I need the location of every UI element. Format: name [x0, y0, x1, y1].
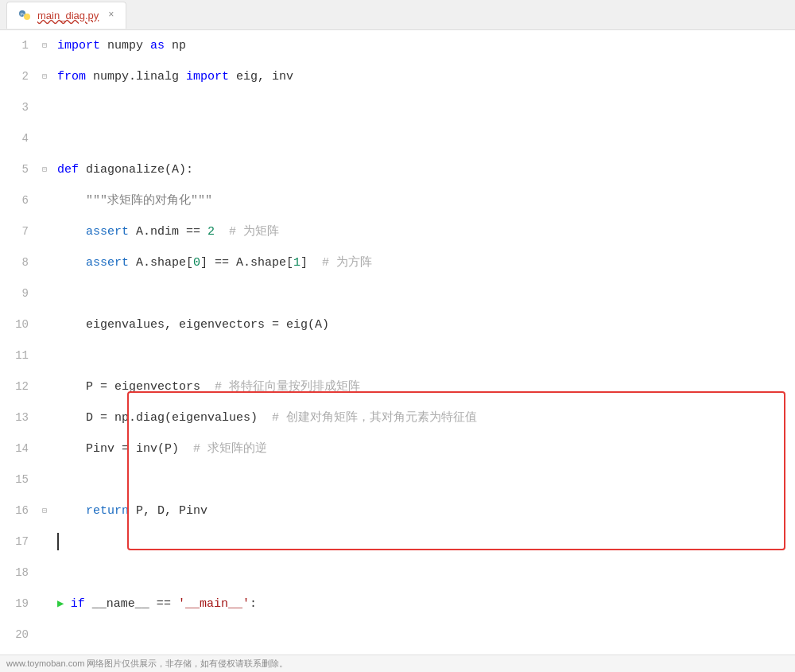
line-number: 7	[0, 216, 38, 247]
line-number: 4	[0, 123, 38, 154]
code-token-comment: # 为方阵	[322, 256, 372, 270]
fold-icon	[38, 433, 51, 464]
line-content: return P, D, Pinv	[51, 495, 795, 526]
fold-icon	[38, 92, 51, 123]
line-content: eigenvalues, eigenvectors = eig(A)	[51, 309, 795, 340]
code-editor: 1⊟import numpy as np2⊟from numpy.linalg …	[0, 30, 795, 655]
line-content: """求矩阵的对角化"""	[51, 185, 795, 216]
line-row: 7 assert A.ndim == 2 # 为矩阵	[0, 216, 795, 247]
code-token-kw-if: if	[71, 597, 85, 611]
line-content	[51, 464, 795, 495]
line-row: 17	[0, 526, 795, 557]
fold-icon	[38, 402, 51, 433]
line-number: 14	[0, 433, 38, 464]
svg-text:Py: Py	[21, 12, 25, 17]
line-content: P = eigenvectors # 将特征向量按列排成矩阵	[51, 371, 795, 402]
fold-icon	[38, 278, 51, 309]
code-token-comment: # 将特征向量按列排成矩阵	[215, 380, 360, 394]
line-content: import numpy as np	[51, 30, 795, 61]
fold-icon	[38, 588, 51, 620]
line-content	[51, 620, 795, 651]
line-content: ▶ if __name__ == '__main__':	[51, 588, 795, 620]
line-content: from numpy.linalg import eig, inv	[51, 61, 795, 92]
line-content: assert A.shape[0] == A.shape[1] # 为方阵	[51, 247, 795, 278]
code-token-comment: # 为矩阵	[229, 225, 279, 239]
code-token-str-main: '__main__'	[178, 597, 250, 611]
line-content	[51, 278, 795, 309]
code-token-normal: P = eigenvectors	[57, 380, 215, 394]
line-content: assert A.ndim == 2 # 为矩阵	[51, 216, 795, 247]
code-token-normal: eigenvalues, eigenvectors = eig(A)	[57, 318, 329, 332]
code-token-normal: D = np.diag(eigenvalues)	[57, 411, 272, 425]
line-row: 11	[0, 340, 795, 371]
fold-icon	[38, 309, 51, 340]
fold-icon	[38, 340, 51, 371]
line-row: 12 P = eigenvectors # 将特征向量按列排成矩阵	[0, 371, 795, 402]
line-row: 19▶ if __name__ == '__main__':	[0, 588, 795, 620]
line-number: 5	[0, 154, 38, 185]
fold-icon[interactable]: ⊟	[38, 30, 51, 61]
line-number: 19	[0, 588, 38, 620]
tab-filename[interactable]: main_diag.py	[37, 10, 99, 21]
text-cursor	[57, 533, 59, 550]
code-token-comment: # 创建对角矩阵，其对角元素为特征值	[272, 411, 477, 425]
fold-icon	[38, 185, 51, 216]
line-number: 2	[0, 61, 38, 92]
code-token-normal: eig, inv	[229, 70, 293, 84]
line-row: 20	[0, 620, 795, 651]
line-number: 16	[0, 495, 38, 526]
line-number: 11	[0, 340, 38, 371]
line-row: 9	[0, 278, 795, 309]
line-content	[51, 92, 795, 123]
fold-icon	[38, 247, 51, 278]
file-tab[interactable]: Py main_diag.py ×	[6, 2, 126, 29]
code-token-kw-from: from	[57, 70, 86, 84]
code-token-kw-import: import	[186, 70, 229, 84]
line-content	[51, 526, 795, 557]
line-row: 18	[0, 557, 795, 588]
code-token-normal: P, D, Pinv	[129, 504, 207, 518]
line-content: D = np.diag(eigenvalues) # 创建对角矩阵，其对角元素为…	[51, 402, 795, 433]
code-token-kw-as: as	[150, 39, 165, 52]
execution-arrow: ▶	[57, 597, 71, 610]
code-token-normal: diagonalize(A):	[79, 163, 193, 177]
line-content	[51, 340, 795, 371]
line-row: 14 Pinv = inv(P) # 求矩阵的逆	[0, 433, 795, 464]
code-token-string: """求矩阵的对角化"""	[57, 194, 212, 208]
line-number: 15	[0, 464, 38, 495]
line-row: 1⊟import numpy as np	[0, 30, 795, 61]
line-row: 2⊟from numpy.linalg import eig, inv	[0, 61, 795, 92]
code-token-normal: numpy	[100, 39, 150, 52]
line-number: 20	[0, 620, 38, 651]
fold-icon	[38, 216, 51, 247]
line-number: 12	[0, 371, 38, 402]
fold-icon[interactable]: ⊟	[38, 154, 51, 185]
line-number: 3	[0, 92, 38, 123]
fold-icon[interactable]: ⊟	[38, 61, 51, 92]
line-content	[51, 123, 795, 154]
code-token-normal: numpy.linalg	[86, 70, 186, 84]
title-bar: Py main_diag.py ×	[0, 0, 795, 30]
code-token-kw-return: return	[57, 504, 129, 518]
code-token-normal: A.shape[	[129, 256, 193, 270]
code-token-kw-def: def	[57, 163, 79, 177]
line-row: 6 """求矩阵的对角化"""	[0, 185, 795, 216]
code-token-normal: Pinv = inv(P)	[57, 442, 193, 456]
line-row: 13 D = np.diag(eigenvalues) # 创建对角矩阵，其对角…	[0, 402, 795, 433]
code-token-normal: __name__ ==	[85, 597, 178, 611]
line-content: def diagonalize(A):	[51, 154, 795, 185]
tab-close-button[interactable]: ×	[108, 10, 114, 21]
fold-icon	[38, 557, 51, 588]
line-number: 8	[0, 247, 38, 278]
code-token-normal: np	[165, 39, 186, 52]
fold-icon	[38, 371, 51, 402]
fold-icon	[38, 620, 51, 651]
line-row: 8 assert A.shape[0] == A.shape[1] # 为方阵	[0, 247, 795, 278]
code-token-normal: :	[250, 597, 257, 611]
line-list: 1⊟import numpy as np2⊟from numpy.linalg …	[0, 30, 795, 651]
python-icon: Py	[18, 9, 31, 21]
fold-icon[interactable]: ⊟	[38, 495, 51, 526]
line-content	[51, 557, 795, 588]
line-number: 9	[0, 278, 38, 309]
code-token-number: 2	[207, 225, 215, 239]
